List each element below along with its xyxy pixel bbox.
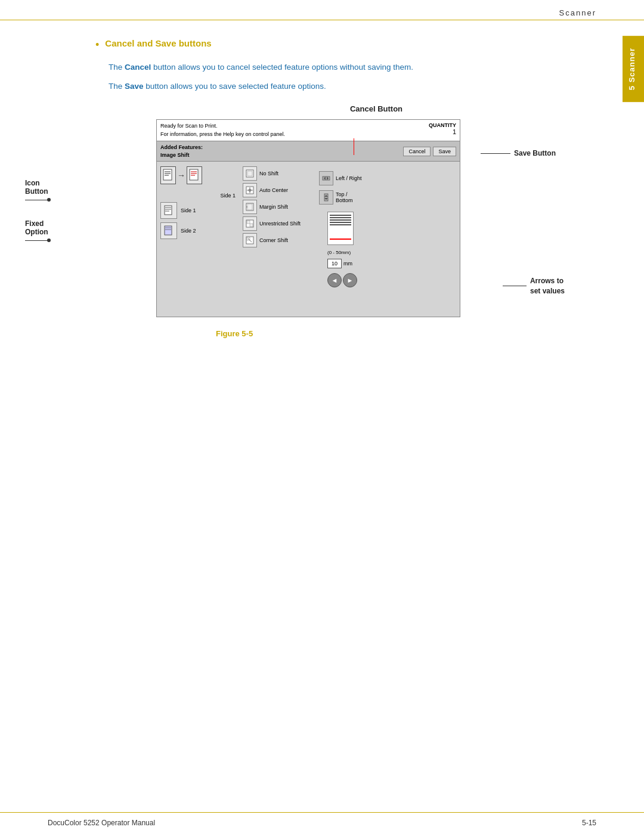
cancel-indicator-line [354, 138, 354, 155]
scanner-ui: Ready for Scan to Print. For information… [156, 119, 460, 317]
arrows-callout: Arrows toset values [503, 276, 565, 296]
side2-icon[interactable] [160, 222, 177, 239]
fixed-option-label2: Option [25, 228, 51, 236]
icon-button-label2: Button [25, 187, 51, 196]
svg-rect-30 [323, 176, 330, 180]
auto-center-row: Auto Center [243, 183, 314, 197]
quantity-value: 1 [429, 128, 456, 135]
left-right-icon[interactable] [319, 171, 333, 185]
scanner-left-col: → [160, 166, 238, 312]
side1-label: Side 1 [181, 208, 196, 213]
no-shift-label: No Shift [259, 171, 278, 176]
save-button-callout-label: Save Button [514, 149, 556, 157]
features-buttons: Cancel Save [403, 147, 456, 156]
added-features-text: Added Features: [160, 144, 203, 151]
screen-diagram: Ready for Scan to Print. For information… [156, 119, 460, 317]
scanner-status-text: Ready for Scan to Print. For information… [160, 122, 285, 138]
unrestricted-shift-label: Unrestricted Shift [259, 221, 301, 227]
save-button-callout-line [481, 153, 510, 154]
no-shift-svg [246, 169, 254, 178]
figure-label: Figure 5-5 [216, 329, 572, 338]
big-icon-area: → [160, 166, 238, 184]
quantity-display: QUANTITY 1 [429, 122, 456, 135]
doc-lines [328, 212, 353, 229]
doc-red-line [330, 239, 351, 240]
range-label: (0 - 50mm) [327, 250, 351, 255]
doc-line-4 [330, 222, 351, 223]
scanner-top-bar: Ready for Scan to Print. For information… [157, 120, 460, 141]
svg-rect-16 [247, 171, 252, 176]
scanner-right-col: Left / Right Top / [319, 166, 402, 312]
document-preview [327, 212, 354, 245]
main-content: • Cancel and Save buttons The Cancel but… [0, 20, 620, 362]
auto-center-icon[interactable] [243, 183, 257, 197]
svg-rect-8 [165, 206, 172, 215]
unrestricted-shift-row: Unrestricted Shift [243, 216, 314, 231]
cancel-button[interactable]: Cancel [403, 147, 431, 156]
arrows-callout-line [503, 286, 527, 286]
fixed-option-label1: Fixed [25, 219, 51, 228]
side1-main-label: Side 1 [160, 193, 238, 199]
quantity-label: QUANTITY [429, 122, 456, 128]
icon-button-dot [47, 198, 51, 202]
bullet-title: Cancel and Save buttons [105, 38, 211, 48]
unrestricted-shift-icon[interactable] [243, 216, 257, 231]
svg-rect-33 [324, 194, 328, 201]
doc-line-2 [330, 217, 351, 218]
save-bold: Save [125, 82, 144, 91]
page-header: Scanner [0, 0, 644, 20]
top-bottom-row: Top /Bottom [319, 190, 353, 205]
top-bottom-label: Top /Bottom [336, 191, 353, 203]
svg-rect-26 [250, 224, 253, 227]
scanner-body: → [157, 162, 460, 317]
arrow-left-button[interactable]: ◄ [327, 273, 342, 287]
corner-shift-svg [246, 236, 254, 244]
mm-label: mm [343, 261, 352, 267]
doc-line-5 [330, 224, 351, 225]
left-right-svg [322, 174, 330, 182]
corner-shift-icon[interactable] [243, 233, 257, 247]
page-icon-1 [160, 166, 176, 184]
svg-rect-0 [163, 169, 172, 180]
fixed-option-dot [47, 239, 51, 242]
value-box: 10 [327, 259, 342, 268]
save-button[interactable]: Save [433, 147, 456, 156]
save-description: The Save button allows you to save selec… [109, 80, 572, 93]
footer-page-number: 5-15 [582, 819, 596, 827]
value-row: 10 mm [327, 259, 352, 268]
corner-shift-label: Corner Shift [259, 237, 288, 243]
side2-label: Side 2 [181, 228, 196, 234]
arrows-callout-label: Arrows toset values [530, 276, 565, 296]
side2-row: Side 2 [160, 222, 238, 239]
page-icon-svg2 [189, 169, 200, 182]
cancel-description: The Cancel button allows you to cancel s… [109, 61, 572, 74]
doc-line-1 [330, 215, 351, 216]
footer-manual-name: DocuColor 5252 Operator Manual [48, 819, 155, 827]
no-shift-icon[interactable] [243, 166, 257, 181]
bullet-dot: • [95, 39, 99, 51]
left-right-label: Left / Right [336, 175, 362, 181]
top-bottom-icon[interactable] [319, 190, 333, 205]
top-bottom-svg [322, 193, 330, 202]
chapter-tab: 5 Scanner [623, 36, 644, 102]
header-title: Scanner [559, 8, 596, 17]
svg-rect-12 [165, 226, 172, 235]
arrow-right-button[interactable]: ► [343, 273, 357, 287]
margin-shift-svg [246, 203, 254, 211]
save-button-callout: Save Button [481, 149, 556, 157]
side1-icon[interactable] [160, 202, 177, 219]
side1-page-icon [164, 205, 174, 216]
margin-shift-icon[interactable] [243, 200, 257, 214]
page-icon-svg1 [163, 169, 174, 182]
fixed-option-line [25, 240, 49, 241]
icon-pair: → [160, 166, 238, 184]
svg-rect-22 [247, 204, 252, 210]
feature-name-text: Image Shift [160, 151, 203, 159]
diagram-area: Cancel Button Icon Button Fixed Option [109, 104, 572, 338]
icon-button-label: Icon [25, 179, 51, 187]
left-callouts: Icon Button Fixed Option [25, 179, 51, 260]
svg-rect-4 [190, 169, 198, 180]
auto-center-svg [246, 186, 254, 194]
no-shift-row: No Shift [243, 166, 314, 181]
status-line2: For information, press the Help key on c… [160, 131, 285, 139]
